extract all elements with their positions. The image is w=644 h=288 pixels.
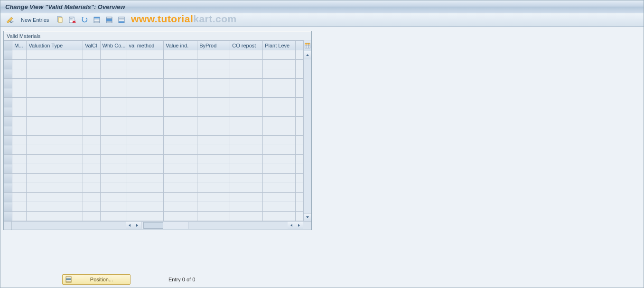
row-selector[interactable] [4,79,12,88]
grid-cell[interactable] [100,183,127,193]
grid-cell[interactable] [263,117,296,126]
scroll-right-button-2[interactable] [295,222,303,229]
grid-cell[interactable] [263,60,296,69]
grid-cell[interactable] [263,107,296,117]
grid-cell[interactable] [83,98,100,107]
grid-cell[interactable] [83,79,100,88]
grid-cell[interactable] [164,50,197,60]
row-selector[interactable] [4,88,12,98]
grid-cell[interactable] [197,69,230,79]
hscroll-thumb-1[interactable] [143,222,163,229]
grid-cell[interactable] [230,107,263,117]
table-row[interactable] [4,193,304,202]
grid-cell[interactable] [83,145,100,155]
grid-cell[interactable] [197,155,230,164]
select-block-button[interactable] [104,15,114,25]
grid-cell[interactable] [12,60,27,69]
table-row[interactable] [4,117,304,126]
grid-cell[interactable] [27,183,83,193]
grid-cell[interactable] [230,193,263,202]
grid-cell[interactable] [127,136,164,145]
grid-cell[interactable] [83,88,100,98]
grid-cell[interactable] [230,69,263,79]
row-selector-header[interactable] [4,41,12,50]
grid-cell[interactable] [27,79,83,88]
table-row[interactable] [4,183,304,193]
grid-cell[interactable] [197,60,230,69]
grid-cell[interactable] [164,136,197,145]
grid-cell[interactable] [100,155,127,164]
table-row[interactable] [4,79,304,88]
grid-cell[interactable] [127,69,164,79]
row-selector[interactable] [4,107,12,117]
table-row[interactable] [4,69,304,79]
row-selector[interactable] [4,98,12,107]
column-header[interactable]: Value ind. [164,41,197,50]
grid-cell[interactable] [83,155,100,164]
hscroll-track-1[interactable] [141,222,188,229]
grid-cell[interactable] [263,174,296,183]
table-row[interactable] [4,126,304,136]
grid-cell[interactable] [27,155,83,164]
grid-cell[interactable] [27,136,83,145]
grid-cell[interactable] [83,193,100,202]
grid-cell[interactable] [164,117,197,126]
grid-cell[interactable] [230,50,263,60]
grid-cell[interactable] [230,174,263,183]
grid-cell[interactable] [100,136,127,145]
grid-cell[interactable] [127,88,164,98]
grid-cell[interactable] [83,183,100,193]
deselect-all-button[interactable] [117,15,126,25]
grid-cell[interactable] [164,79,197,88]
row-selector[interactable] [4,126,12,136]
grid-cell[interactable] [12,50,27,60]
row-selector[interactable] [4,136,12,145]
scroll-left-button-2[interactable] [288,222,295,229]
column-header[interactable]: val method [127,41,164,50]
grid-cell[interactable] [100,107,127,117]
grid-cell[interactable] [12,136,27,145]
grid-cell[interactable] [197,145,230,155]
toggle-display-change-button[interactable] [5,15,15,25]
grid-cell[interactable] [164,98,197,107]
column-header[interactable]: Plant Leve [263,41,296,50]
grid-cell[interactable] [100,69,127,79]
grid-cell[interactable] [27,202,83,212]
table-row[interactable] [4,155,304,164]
grid-cell[interactable] [27,98,83,107]
grid-cell[interactable] [127,202,164,212]
grid-cell[interactable] [27,174,83,183]
grid-cell[interactable] [164,193,197,202]
row-selector[interactable] [4,145,12,155]
grid-cell[interactable] [197,88,230,98]
undo-change-button[interactable] [80,15,89,25]
grid-cell[interactable] [100,98,127,107]
grid-cell[interactable] [12,98,27,107]
grid-cell[interactable] [27,164,83,174]
scroll-down-button[interactable] [304,213,311,222]
grid-cell[interactable] [27,126,83,136]
grid-cell[interactable] [100,164,127,174]
grid-cell[interactable] [12,107,27,117]
grid-cell[interactable] [263,183,296,193]
table-row[interactable] [4,212,304,221]
grid-cell[interactable] [12,193,27,202]
grid-cell[interactable] [230,88,263,98]
grid-cell[interactable] [230,155,263,164]
grid-cell[interactable] [164,69,197,79]
grid-cell[interactable] [12,212,27,221]
grid-cell[interactable] [263,193,296,202]
row-selector[interactable] [4,202,12,212]
table-row[interactable] [4,88,304,98]
grid-cell[interactable] [197,174,230,183]
grid-cell[interactable] [164,164,197,174]
grid-cell[interactable] [197,126,230,136]
grid-cell[interactable] [197,212,230,221]
grid-cell[interactable] [230,183,263,193]
grid-cell[interactable] [263,88,296,98]
grid-cell[interactable] [127,98,164,107]
row-selector[interactable] [4,164,12,174]
row-selector[interactable] [4,117,12,126]
position-button[interactable]: Position... [62,274,131,285]
grid-cell[interactable] [127,183,164,193]
